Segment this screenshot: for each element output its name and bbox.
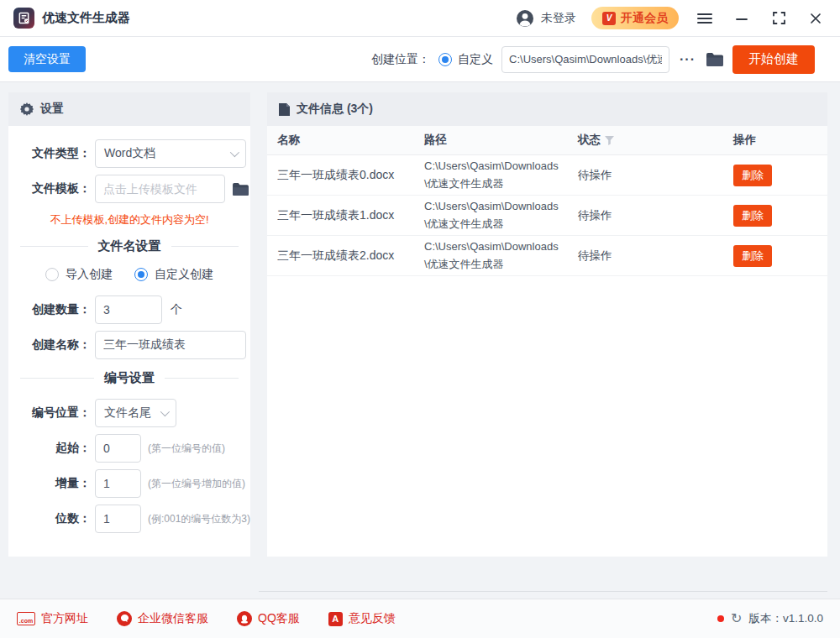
version-text: 版本：v1.1.0.0 (748, 611, 823, 626)
column-status: 状态 (578, 133, 601, 148)
create-mode-group: 导入创建 自定义创建 (8, 267, 250, 282)
official-site-label: 官方网址 (41, 611, 88, 626)
wechat-support-link[interactable]: 企业微信客服 (117, 611, 208, 626)
toolbar: 清空设置 创建位置： 自定义 ··· 开始创建 (0, 37, 840, 82)
table-row: 三年一班成绩表1.docx C:\Users\Qasim\Downloads\优… (267, 196, 827, 236)
start-create-button[interactable]: 开始创建 (732, 45, 815, 74)
maximize-button[interactable] (768, 8, 790, 29)
increment-hint: (第一位编号增加的值) (148, 477, 245, 491)
file-panel-title: 文件信息 (3个) (297, 102, 373, 117)
file-name-cell: 三年一班成绩表1.docx (277, 208, 424, 223)
status-dot (717, 615, 724, 622)
template-warning-text: 不上传模板,创建的文件内容为空! (8, 212, 250, 227)
column-name: 名称 (277, 133, 424, 148)
minimize-button[interactable] (731, 8, 753, 29)
custom-location-radio[interactable] (438, 53, 452, 66)
folder-icon (706, 52, 724, 67)
qq-icon (237, 611, 252, 626)
create-name-input[interactable] (95, 331, 246, 359)
increment-input[interactable] (95, 469, 141, 498)
login-status-text[interactable]: 未登录 (541, 11, 576, 26)
official-site-link[interactable]: .com 官方网址 (17, 611, 88, 626)
template-upload-input[interactable] (95, 175, 225, 203)
file-table-header: 名称 路径 状态 操作 (267, 126, 827, 155)
custom-location-radio-label[interactable]: 自定义 (458, 52, 493, 67)
website-icon: .com (17, 612, 35, 625)
digits-hint: (例:001的编号位数为3) (148, 512, 250, 526)
chevron-down-icon (160, 407, 170, 416)
refresh-icon[interactable]: ↻ (731, 612, 742, 625)
numbering-section-title: 编号设置 (20, 370, 239, 386)
import-create-radio[interactable] (45, 268, 59, 281)
import-create-label[interactable]: 导入创建 (66, 267, 113, 282)
file-name-cell: 三年一班成绩表0.docx (277, 168, 424, 183)
file-status-cell: 待操作 (578, 168, 733, 183)
digits-label: 位数： (22, 511, 91, 526)
close-button[interactable] (805, 8, 827, 29)
vip-icon: V (602, 12, 616, 25)
number-position-value: 文件名尾 (104, 405, 151, 421)
delete-button[interactable]: 删除 (733, 165, 772, 186)
increment-label: 增量： (22, 476, 91, 491)
titlebar: 优速文件生成器 未登录 V 开通会员 (0, 0, 840, 37)
file-template-label: 文件模板： (22, 181, 91, 196)
menu-button[interactable] (694, 8, 716, 29)
feedback-icon: A (328, 612, 343, 626)
close-icon (810, 13, 822, 24)
delete-button[interactable]: 删除 (733, 205, 772, 227)
maximize-icon (773, 12, 785, 24)
number-position-select[interactable]: 文件名尾 (95, 399, 176, 427)
file-table-body: 三年一班成绩表0.docx C:\Users\Qasim\Downloads\优… (267, 155, 827, 276)
column-path: 路径 (424, 133, 578, 148)
file-name-cell: 三年一班成绩表2.docx (277, 248, 424, 264)
file-path-cell: C:\Users\Qasim\Downloads\优速文件生成器 (424, 198, 569, 232)
create-name-label: 创建名称： (22, 337, 91, 353)
gear-icon (20, 102, 34, 116)
login-group[interactable]: 未登录 (516, 9, 576, 28)
digits-input[interactable] (95, 505, 141, 533)
hamburger-icon (697, 13, 712, 24)
open-folder-button[interactable] (706, 52, 724, 67)
document-icon (279, 103, 290, 116)
user-avatar-icon (516, 9, 534, 28)
custom-create-radio[interactable] (134, 268, 148, 281)
qq-support-label: QQ客服 (258, 611, 300, 626)
custom-create-label[interactable]: 自定义创建 (155, 267, 213, 282)
chevron-down-icon (230, 148, 239, 157)
feedback-label: 意见反馈 (349, 611, 396, 626)
settings-panel-header: 设置 (8, 92, 250, 126)
panel-bottom-divider (259, 591, 827, 592)
create-count-label: 创建数量： (22, 302, 91, 317)
file-type-select[interactable]: Word文档 (95, 139, 246, 168)
browse-more-button[interactable]: ··· (678, 52, 697, 67)
file-path-cell: C:\Users\Qasim\Downloads\优速文件生成器 (424, 238, 569, 272)
feedback-link[interactable]: A 意见反馈 (328, 611, 396, 626)
app-title: 优速文件生成器 (42, 10, 130, 26)
file-path-cell: C:\Users\Qasim\Downloads\优速文件生成器 (424, 158, 569, 191)
table-row: 三年一班成绩表0.docx C:\Users\Qasim\Downloads\优… (267, 155, 827, 196)
delete-button[interactable]: 删除 (733, 245, 772, 267)
create-count-suffix: 个 (171, 302, 182, 317)
column-action: 操作 (733, 133, 817, 148)
file-status-cell: 待操作 (578, 208, 733, 223)
create-count-input[interactable] (95, 295, 162, 324)
filter-funnel-icon[interactable] (605, 136, 614, 145)
wechat-support-label: 企业微信客服 (138, 611, 208, 626)
file-type-label: 文件类型： (22, 146, 91, 161)
main-content: 设置 文件类型： Word文档 文件模板： 不上传模板,创建的文件内容为空! (0, 82, 840, 599)
output-path-input[interactable] (501, 46, 669, 73)
file-status-cell: 待操作 (578, 248, 733, 264)
settings-panel-title: 设置 (40, 102, 64, 117)
template-folder-button[interactable] (232, 182, 249, 196)
create-location-label: 创建位置： (371, 52, 430, 67)
settings-panel: 设置 文件类型： Word文档 文件模板： 不上传模板,创建的文件内容为空! (8, 92, 250, 557)
qq-support-link[interactable]: QQ客服 (237, 611, 300, 626)
start-number-label: 起始： (22, 441, 91, 456)
open-vip-button[interactable]: V 开通会员 (591, 7, 679, 29)
start-number-input[interactable] (95, 434, 141, 463)
clear-settings-button[interactable]: 清空设置 (8, 46, 86, 72)
app-logo-icon (13, 8, 34, 29)
vip-button-label: 开通会员 (621, 11, 668, 26)
footer: .com 官方网址 企业微信客服 QQ客服 A 意见反馈 ↻ 版本：v1.1.0… (0, 599, 840, 638)
file-info-panel: 文件信息 (3个) 名称 路径 状态 操作 三年一班成绩表0.docx C:\U… (267, 92, 827, 557)
